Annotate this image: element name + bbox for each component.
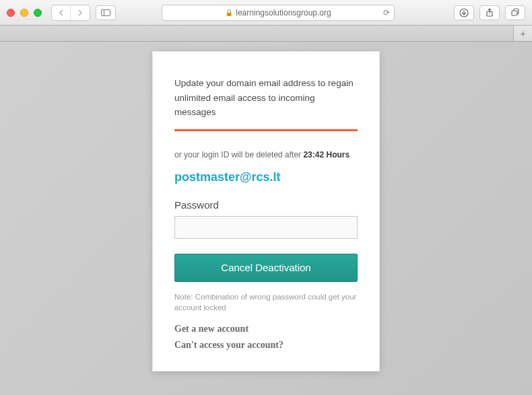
password-input[interactable] — [174, 216, 358, 239]
right-toolbar — [454, 5, 525, 20]
browser-toolbar: 🔒 learningsolutionsgroup.org ⟳ — [0, 0, 532, 26]
countdown-hours: 23:42 Hours — [303, 150, 350, 159]
accent-divider — [174, 129, 358, 131]
maximize-window-button[interactable] — [34, 9, 42, 17]
reload-icon[interactable]: ⟳ — [383, 8, 390, 17]
downloads-button[interactable] — [454, 5, 474, 20]
window-controls — [7, 9, 42, 17]
deletion-warning: or your login ID will be deleted after 2… — [174, 150, 358, 159]
warning-prefix: or your login ID will be deleted after — [174, 150, 303, 159]
svg-rect-4 — [512, 11, 517, 15]
card-heading: Update your domain email address to rega… — [174, 76, 358, 120]
nav-buttons — [51, 5, 90, 21]
password-label: Password — [174, 199, 358, 211]
url-text: learningsolutionsgroup.org — [236, 8, 331, 17]
sidebar-toggle-button[interactable] — [96, 5, 116, 20]
lockout-note: Note: Combination of wrong password coul… — [174, 291, 358, 313]
tabs-button[interactable] — [505, 5, 525, 20]
login-card: Update your domain email address to rega… — [152, 51, 380, 371]
svg-rect-0 — [102, 9, 110, 15]
tab-bar: + — [0, 26, 532, 42]
lock-icon: 🔒 — [225, 9, 233, 16]
new-tab-button[interactable]: + — [513, 26, 532, 41]
email-display: postmaster@rcs.lt — [174, 170, 358, 184]
share-button[interactable] — [479, 5, 500, 20]
cancel-deactivation-button[interactable]: Cancel Deactivation — [174, 254, 358, 282]
close-window-button[interactable] — [7, 9, 15, 17]
get-new-account-link[interactable]: Get a new account — [174, 324, 358, 334]
page-content: Update your domain email address to rega… — [0, 42, 532, 395]
address-bar[interactable]: 🔒 learningsolutionsgroup.org ⟳ — [162, 5, 395, 21]
back-button[interactable] — [52, 5, 71, 20]
forward-button[interactable] — [71, 5, 90, 20]
cant-access-account-link[interactable]: Can't access your account? — [174, 340, 358, 351]
minimize-window-button[interactable] — [20, 9, 28, 17]
